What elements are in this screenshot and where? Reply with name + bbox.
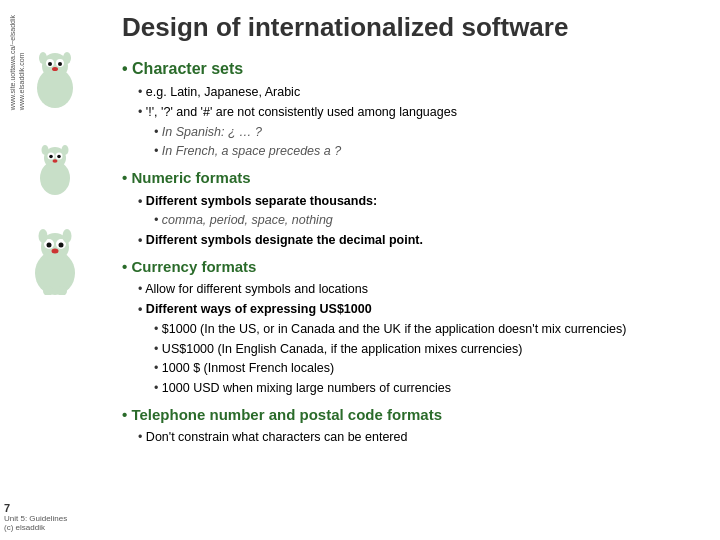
svg-point-24 [52,249,59,254]
currency-item-2: Different ways of expressing US$1000 [138,300,704,319]
currency-item-3: $1000 (In the US, or in Canada and the U… [154,320,704,339]
currency-formats-header: • Currency formats [122,256,704,279]
telephone-item-1: Don't constrain what characters can be e… [138,428,704,447]
currency-item-5: 1000 $ (Inmost French locales) [154,359,704,378]
numeric-item-3: Different symbols designate the decimal … [138,231,704,250]
svg-point-8 [63,52,71,64]
mascot-2 [31,142,79,201]
mascot-3 [26,227,84,299]
currency-item-1: Allow for different symbols and location… [138,280,704,299]
svg-point-17 [62,145,69,155]
page-title: Design of internationalized software [122,12,704,43]
numeric-item-2: comma, period, space, nothing [154,211,704,230]
numeric-formats-header: • Numeric formats [122,167,704,190]
content-body: • Character sets e.g. Latin, Japanese, A… [122,57,704,447]
sidebar-urls: www.site.uottawa.ca/~elsaddik www.elsadd… [8,15,26,110]
char-item-4: In French, a space precedes a ? [154,142,704,161]
char-item-3: In Spanish: ¿ … ? [154,123,704,142]
char-item-1: e.g. Latin, Japanese, Arabic [138,83,704,102]
svg-point-4 [48,62,52,66]
mascot-1 [28,50,83,114]
footer-line2: (c) elsaddik [4,523,67,532]
page-number: 7 [4,502,67,514]
svg-point-26 [63,229,72,243]
bottom-info: 7 Unit 5: Guidelines (c) elsaddik [4,502,67,532]
footer-line1: Unit 5: Guidelines [4,514,67,523]
svg-point-15 [53,159,58,163]
telephone-postal-header: • Telephone number and postal code forma… [122,404,704,427]
section-telephone-postal: • Telephone number and postal code forma… [122,404,704,447]
svg-point-6 [52,67,58,71]
title-area: Design of internationalized software [122,12,704,43]
numeric-item-1: Different symbols separate thousands: [138,192,704,211]
section-character-sets: • Character sets e.g. Latin, Japanese, A… [122,57,704,161]
svg-point-16 [42,145,49,155]
svg-point-25 [39,229,48,243]
mascot-3-icon [26,227,84,295]
currency-item-6: 1000 USD when mixing large numbers of cu… [154,379,704,398]
mascot-2-icon [31,142,79,197]
section-currency-formats: • Currency formats Allow for different s… [122,256,704,398]
character-sets-header: • Character sets [122,57,704,81]
mascot-container [26,20,84,299]
currency-item-4: US$1000 (In English Canada, if the appli… [154,340,704,359]
mascot-1-icon [28,50,83,110]
char-item-2: '!', '?' and '#' are not consistently us… [138,103,704,122]
sidebar: www.site.uottawa.ca/~elsaddik www.elsadd… [0,0,110,540]
svg-point-5 [58,62,62,66]
main-content: Design of internationalized software • C… [110,0,720,540]
svg-point-7 [39,52,47,64]
svg-point-22 [47,243,52,248]
section-numeric-formats: • Numeric formats Different symbols sepa… [122,167,704,250]
svg-point-23 [59,243,64,248]
svg-point-14 [57,155,61,159]
svg-point-13 [49,155,53,159]
